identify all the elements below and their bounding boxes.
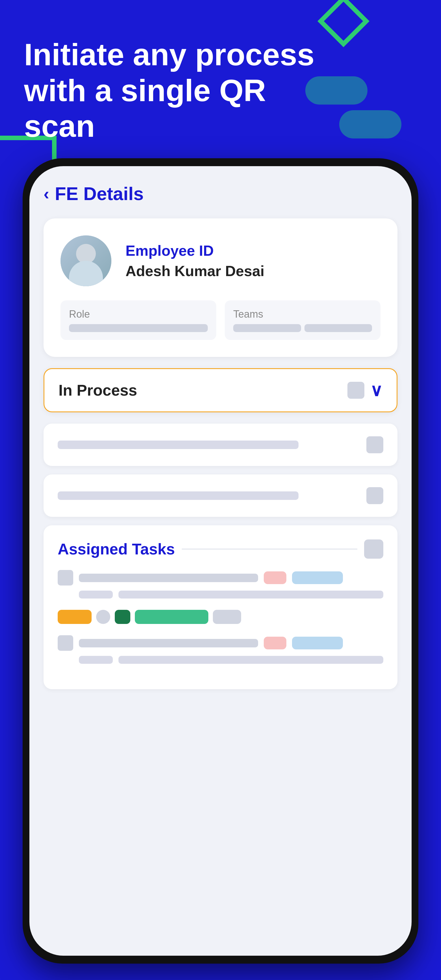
list-item-2[interactable]: [43, 474, 398, 517]
page-title: FE Details: [55, 183, 143, 204]
team-bar-2: [304, 324, 372, 332]
task-row-1-bottom: [58, 590, 383, 598]
back-button[interactable]: ‹: [43, 185, 49, 202]
phone-outer-frame: ‹ FE Details Employee ID Adesh Kumar Des…: [22, 158, 419, 964]
status-right-controls: ∨: [347, 380, 382, 400]
screen-content: ‹ FE Details Employee ID Adesh Kumar Des…: [29, 166, 412, 956]
employee-card: Employee ID Adesh Kumar Desai Role Teams: [43, 218, 398, 357]
task-row-2-bottom: [58, 656, 383, 664]
role-field: Role: [60, 301, 216, 340]
employee-id-label: Employee ID: [126, 242, 264, 259]
task-2-sub-bar-1: [79, 656, 113, 664]
teams-label: Teams: [233, 308, 372, 320]
task-2-title: [79, 639, 258, 648]
headline-text: Initiate any process with a single QR sc…: [24, 37, 328, 144]
list-item-1-icon: [366, 436, 383, 453]
role-value-bar: [69, 324, 208, 332]
team-bar-1: [233, 324, 301, 332]
phone-inner-screen: ‹ FE Details Employee ID Adesh Kumar Des…: [29, 166, 412, 956]
teams-field: Teams: [225, 301, 381, 340]
list-item-1-bar: [58, 441, 299, 449]
progress-badge-gray: [213, 610, 241, 624]
list-item-1-content: [58, 441, 366, 449]
list-item-2-bar: [58, 492, 299, 500]
task-2-sub-bar-2: [118, 656, 383, 664]
chevron-down-icon: ∨: [370, 380, 382, 400]
phone-mockup: ‹ FE Details Employee ID Adesh Kumar Des…: [22, 158, 419, 980]
role-label: Role: [69, 308, 208, 320]
task-row-2: [58, 635, 383, 664]
task-2-checkbox[interactable]: [58, 635, 73, 651]
employee-text: Employee ID Adesh Kumar Desai: [126, 242, 264, 280]
task-1-badge-blue: [292, 571, 343, 584]
tasks-divider: [182, 549, 357, 549]
status-value: In Process: [59, 381, 137, 399]
tasks-add-button[interactable]: [364, 539, 383, 558]
task-1-checkbox[interactable]: [58, 570, 73, 585]
status-icon-square: [347, 382, 365, 399]
task-row-1: [58, 570, 383, 598]
progress-badge-green-dark: [115, 610, 130, 624]
task-row-1-top: [58, 570, 383, 585]
avatar: [60, 235, 111, 286]
tasks-header: Assigned Tasks: [58, 539, 383, 558]
task-2-badge-pink: [264, 637, 287, 649]
tasks-title: Assigned Tasks: [58, 540, 175, 558]
progress-row: [58, 610, 383, 624]
employee-info: Employee ID Adesh Kumar Desai: [60, 235, 381, 286]
status-dropdown[interactable]: In Process ∨: [43, 368, 398, 412]
progress-badge-teal: [135, 610, 209, 624]
bubble-decoration-2: [339, 110, 401, 138]
progress-badge-orange: [58, 610, 92, 624]
task-2-badge-blue: [292, 637, 343, 649]
teams-bars: [233, 324, 372, 332]
task-1-title: [79, 574, 258, 582]
task-1-sub-bar-2: [118, 590, 383, 598]
app-header: ‹ FE Details: [43, 183, 398, 204]
employee-name: Adesh Kumar Desai: [126, 262, 264, 280]
task-1-sub-bar-1: [79, 590, 113, 598]
task-1-badge-pink: [264, 571, 287, 584]
list-item-2-icon: [366, 487, 383, 504]
avatar-image: [60, 235, 111, 286]
progress-circle: [96, 610, 110, 624]
list-item-1[interactable]: [43, 423, 398, 466]
assigned-tasks-section: Assigned Tasks: [43, 525, 398, 689]
list-item-2-content: [58, 492, 366, 500]
task-row-2-top: [58, 635, 383, 651]
employee-fields: Role Teams: [60, 301, 381, 340]
